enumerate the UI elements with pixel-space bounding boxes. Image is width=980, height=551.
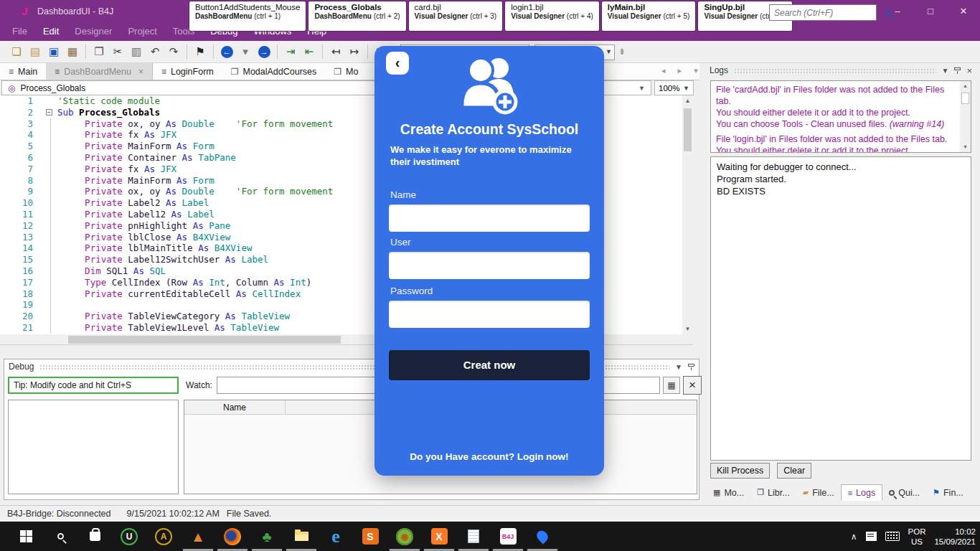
editor-zoom-combo[interactable]: 100% ▼: [654, 80, 694, 95]
doc-tab-4[interactable]: login1.bjlVisual Designer (ctrl + 4): [505, 1, 599, 31]
menu-designer[interactable]: Designer: [67, 24, 120, 41]
b4j-app[interactable]: B4J: [491, 522, 525, 551]
bookmark-icon[interactable]: ⚑: [192, 43, 209, 60]
notepad-plus-plus-app[interactable]: ◉: [387, 522, 422, 551]
notepad-app[interactable]: [456, 522, 491, 551]
blue-flame-app[interactable]: [525, 522, 560, 551]
doc-tab-subtitle: DashBoardMenu (ctrl + 1): [195, 12, 300, 20]
logs-tab-qui[interactable]: Qui...: [882, 484, 926, 501]
tab-loginform[interactable]: ≡LoginForm: [153, 63, 222, 80]
export-package-icon[interactable]: ▦: [64, 43, 81, 60]
tab-dashboardmenu[interactable]: ≡DashBoardMenu×: [46, 63, 153, 80]
reformat-code-icon[interactable]: ⇥: [282, 43, 299, 60]
password-field[interactable]: [389, 301, 590, 328]
maximize-button[interactable]: □: [914, 0, 947, 22]
clear-button[interactable]: Clear: [777, 463, 811, 479]
close-button[interactable]: ✕: [947, 0, 980, 22]
scroll-up-icon[interactable]: ▲: [960, 81, 971, 91]
tab-main[interactable]: ≡Main: [0, 63, 46, 80]
open-project-icon[interactable]: ▤: [27, 43, 44, 60]
logs-tab-file[interactable]: ▰File...: [796, 484, 841, 501]
app-circle-icon: A: [155, 528, 172, 545]
logs-tab-fin[interactable]: ⚑Fin...: [926, 484, 970, 501]
edge-app[interactable]: e: [319, 522, 353, 551]
new-file-icon[interactable]: ❏: [8, 43, 25, 60]
navigate-forward-icon[interactable]: →: [255, 43, 273, 60]
comment-code-icon[interactable]: ⇤: [301, 43, 318, 60]
aimp-app[interactable]: A: [146, 522, 181, 551]
undo-icon[interactable]: ↶: [146, 43, 164, 60]
iobit-app[interactable]: U: [112, 522, 146, 551]
logs-tab-logs[interactable]: ≡Logs: [841, 484, 883, 501]
logs-tab-libr[interactable]: ❒Libr...: [750, 484, 796, 501]
close-tab-icon[interactable]: ×: [138, 67, 143, 77]
warnings-scrollbar[interactable]: ▲ ▼: [960, 81, 971, 152]
tray-notification-icon[interactable]: [866, 532, 877, 541]
pin-icon[interactable]: [954, 67, 961, 70]
create-now-button[interactable]: Creat now: [389, 350, 590, 380]
tray-chevron-icon[interactable]: ∧: [851, 532, 857, 542]
taskbar-search[interactable]: [43, 522, 77, 551]
explorer-app[interactable]: [284, 522, 319, 551]
cut-icon[interactable]: ✂: [109, 43, 126, 60]
tab-scroll-arrows[interactable]: ◂ ▸ ▾: [661, 66, 703, 75]
scroll-down-icon[interactable]: ▼: [682, 324, 693, 334]
redo-icon[interactable]: ↷: [165, 43, 182, 60]
start-button[interactable]: [9, 522, 43, 551]
tab-mo[interactable]: ❐Mo: [325, 63, 367, 80]
store-app[interactable]: [77, 522, 112, 551]
close-icon[interactable]: ×: [966, 65, 972, 76]
tab-modaladdcourses[interactable]: ❐ModalAddCourses: [222, 63, 326, 80]
scroll-thumb[interactable]: [68, 336, 341, 344]
clear-watch-button[interactable]: ×: [683, 376, 702, 395]
sublime-app[interactable]: S: [353, 522, 387, 551]
clover-app[interactable]: ♣: [250, 522, 284, 551]
scroll-thumb[interactable]: [961, 93, 969, 104]
firefox-app[interactable]: [215, 522, 250, 551]
search-input[interactable]: [774, 8, 887, 18]
fold-collapse-icon[interactable]: −: [46, 109, 52, 116]
clock[interactable]: 10:0215/09/2021: [934, 527, 976, 547]
logs-tab-mo[interactable]: ▦Mo...: [707, 484, 750, 501]
user-field[interactable]: [389, 252, 590, 279]
evaluate-expression-button[interactable]: ▦: [663, 377, 680, 394]
breadcrumb-dropdown-icon[interactable]: ▼: [639, 85, 645, 92]
doc-tab-5[interactable]: lyMain.bjlVisual Designer (ctrl + 5): [602, 1, 696, 31]
doc-tab-3[interactable]: card.bjlVisual Designer (ctrl + 3): [409, 1, 503, 31]
doc-tab-2[interactable]: Process_GlobalsDashBoardMenu (ctrl + 2): [308, 1, 405, 31]
code-text: Type CellIndex (Row As Int, Column As In…: [63, 277, 311, 288]
debug-variables-list[interactable]: [8, 400, 179, 494]
logs-dropdown-icon[interactable]: ▼: [942, 67, 949, 75]
menu-file[interactable]: File: [4, 24, 35, 41]
warnings-log-box[interactable]: File 'cardAdd.bjl' in Files folder was n…: [710, 80, 971, 153]
scroll-thumb[interactable]: [684, 108, 692, 151]
xampp-app[interactable]: X: [422, 522, 456, 551]
pin-icon[interactable]: [688, 364, 694, 367]
menu-edit[interactable]: Edit: [35, 24, 67, 41]
quick-jump-icon[interactable]: ⇟: [618, 47, 626, 57]
scroll-up-icon[interactable]: ▲: [682, 95, 693, 106]
tray-keyboard-icon[interactable]: [885, 532, 900, 541]
save-icon[interactable]: ▣: [45, 43, 62, 60]
minimize-button[interactable]: –: [881, 0, 914, 22]
program-log-box[interactable]: Waiting for debugger to connect...Progra…: [710, 156, 971, 461]
search-box[interactable]: [769, 4, 877, 21]
kill-process-button[interactable]: Kill Process: [710, 463, 770, 479]
copy-icon[interactable]: ❐: [90, 43, 108, 60]
debug-dropdown-icon[interactable]: ▼: [675, 363, 682, 371]
name-field[interactable]: [389, 204, 590, 232]
editor-vertical-scrollbar[interactable]: ▲ ▼: [682, 95, 693, 334]
menu-project[interactable]: Project: [120, 24, 164, 41]
scroll-down-icon[interactable]: ▼: [960, 142, 971, 152]
back-button[interactable]: ‹: [386, 52, 409, 75]
doc-tab-1[interactable]: Button1AddStudents_MouseDashBoardMenu (c…: [189, 1, 306, 31]
navigate-back-icon[interactable]: ←: [218, 43, 235, 60]
shift-right-icon[interactable]: ↦: [346, 43, 363, 60]
paste-icon[interactable]: ▥: [128, 43, 145, 60]
vlc-app[interactable]: ▲: [181, 522, 215, 551]
navigate-back-dropdown-icon[interactable]: ▾: [237, 43, 254, 60]
language-indicator[interactable]: PORUS: [908, 527, 926, 547]
code-text: Private ox, oy As Double 'For form movem…: [63, 186, 333, 197]
login-now-link[interactable]: Do you Have account? Login now!: [374, 451, 604, 462]
shift-left-icon[interactable]: ↤: [327, 43, 344, 60]
